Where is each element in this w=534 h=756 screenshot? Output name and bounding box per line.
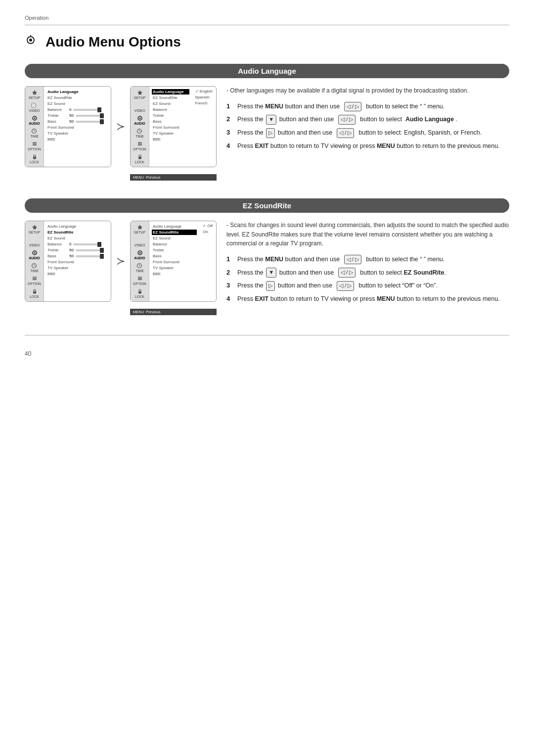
menu-balance-2: Balance 0: [46, 241, 108, 247]
menu-front-surround-r1: Front Surround: [152, 125, 189, 130]
svg-rect-33: [33, 278, 37, 279]
menu-treble-1: Treble 50: [46, 113, 108, 118]
svg-marker-3: [32, 90, 37, 95]
svg-rect-24: [138, 145, 142, 146]
svg-rect-38: [137, 238, 141, 242]
option-spanish: Spanish: [194, 94, 214, 100]
menus-row-1: SETUP VIDEO: [25, 86, 217, 167]
nav-btn-2-3[interactable]: ▷: [266, 281, 275, 291]
instruction-1-4: 4 Press EXIT button to return to TV view…: [226, 141, 509, 151]
lock-icon-r2: [136, 288, 144, 294]
section-1-menus: SETUP VIDEO: [25, 86, 217, 181]
page-container: Operation Audio Menu Options Audio Langu…: [0, 0, 534, 382]
svg-rect-46: [138, 280, 142, 281]
section-1-instructions: 1 Press the MENU button and then use ◁ /…: [226, 101, 509, 151]
sidebar-audio: AUDIO: [29, 115, 40, 125]
menu-content-left-2: Audio Language EZ SoundRite EZ Sound Bal…: [44, 221, 111, 301]
sidebar-time-r2: TIME: [135, 263, 144, 273]
instruction-1-1: 1 Press the MENU button and then use ◁ /…: [226, 101, 509, 112]
section-2-main: SETUP VIDEO: [25, 221, 509, 315]
instruction-1-3: 3 Press the ▷ button and then use ◁ / ▷ …: [226, 128, 509, 138]
menu-box-right-1: SETUP VIDEO: [130, 86, 217, 167]
menu-balance-r1: Balance: [152, 107, 189, 112]
section-header-ez-soundrite: EZ SoundRite: [25, 198, 509, 213]
svg-point-7: [34, 118, 35, 119]
audio-sidebar-icon: [31, 115, 39, 121]
menu-box-right-2: SETUP VIDEO: [130, 221, 217, 302]
time-icon-r2: [135, 263, 143, 269]
svg-point-18: [139, 118, 140, 119]
svg-line-43: [139, 266, 141, 266]
sidebar-video-r2: VIDEO: [134, 237, 145, 247]
nav-button-2-3[interactable]: ◁ / ▷: [337, 281, 354, 291]
treble-slider[interactable]: [76, 115, 103, 117]
nav-button-2[interactable]: ◁ / ▷: [338, 115, 356, 125]
nav-button-3[interactable]: ◁ / ▷: [337, 128, 354, 138]
bottom-divider: [25, 335, 509, 335]
lock-icon: [31, 154, 39, 160]
svg-marker-26: [32, 225, 37, 230]
menu-box-left-1: SETUP VIDEO: [25, 86, 111, 167]
nav-button-1[interactable]: ◁ / ▷: [344, 102, 361, 112]
svg-point-29: [34, 252, 35, 254]
menu-tv-speaker-r2: TV Speaker: [152, 265, 197, 271]
lock-icon-r1: [136, 154, 144, 160]
menu-content-right-2: Audio Language EZ SoundRite EZ Sound Bal…: [149, 221, 199, 301]
audio-icon: [26, 35, 40, 49]
svg-line-10: [34, 131, 36, 132]
option-icon-r2: [136, 276, 144, 282]
svg-rect-12: [33, 142, 37, 143]
instruction-1-2: 2 Press the ▼ button and then use ◁ / ▷ …: [226, 114, 509, 125]
svg-rect-11: [33, 143, 37, 144]
bass-slider[interactable]: [76, 121, 103, 123]
nav-btn-2-1[interactable]: ◁ / ▷: [344, 255, 361, 265]
nav-button-2-2[interactable]: ◁ / ▷: [338, 268, 356, 278]
sidebar-lock-2: LOCK: [30, 288, 39, 298]
video-icon-2: [30, 237, 38, 243]
menu-treble-2: Treble 50: [46, 247, 108, 253]
bass-slider-2[interactable]: [76, 255, 103, 257]
audio-icon-2: [31, 250, 39, 256]
option-english: ✓ English: [194, 89, 214, 94]
svg-point-1: [29, 39, 32, 42]
balance-slider[interactable]: [73, 109, 100, 111]
video-icon: [30, 102, 38, 108]
menu-tv-speaker-r1: TV Speaker: [152, 131, 189, 136]
sidebar-video: VIDEO: [29, 102, 40, 112]
nav-btn-2[interactable]: ▼: [266, 115, 276, 125]
breadcrumb: Operation: [25, 15, 509, 21]
balance-slider-2[interactable]: [73, 243, 100, 245]
page-number: 40: [25, 350, 509, 357]
svg-rect-22: [138, 143, 142, 144]
sidebar-setup-r1: SETUP: [134, 90, 145, 99]
sidebar-setup-r2: SETUP: [134, 224, 145, 234]
time-icon: [30, 128, 38, 134]
options-panel-1: ✓ English Spanish French: [192, 87, 216, 167]
video-icon-r1: [135, 102, 143, 108]
svg-rect-23: [138, 142, 142, 143]
menu-treble-r2: Treble: [152, 247, 197, 253]
menu-front-surround-r2: Front Surround: [152, 259, 197, 265]
menu-footer-1: MENU Previous: [130, 174, 217, 181]
title-icon: [25, 34, 41, 50]
menu-audio-language-1: Audio Language: [46, 89, 108, 94]
setup-icon: [31, 90, 39, 95]
menu-bbe-r2: BBE: [152, 271, 197, 277]
section-2-note: - Scans for changes in sound level durin…: [226, 221, 509, 248]
svg-line-21: [139, 131, 141, 132]
sidebar-audio-r1: AUDIO: [134, 115, 145, 125]
sidebar-time-2: TIME: [30, 263, 39, 273]
svg-rect-44: [138, 278, 142, 279]
nav-btn-2-2[interactable]: ▼: [266, 268, 276, 278]
menu-bbe-1: BBE: [46, 137, 108, 142]
menu-ez-soundrite-1: EZ SoundRite: [46, 95, 108, 100]
menus-row-2: SETUP VIDEO: [25, 221, 217, 302]
nav-btn-3[interactable]: ▷: [266, 128, 275, 138]
treble-slider-2[interactable]: [76, 249, 103, 251]
setup-icon-r1: [136, 90, 144, 95]
section-2-menus: SETUP VIDEO: [25, 221, 217, 315]
menu-content-left-1: Audio Language EZ SoundRite EZ Sound Bal…: [44, 87, 111, 167]
sidebar-lock-r2: LOCK: [135, 288, 144, 298]
menu-bass-r2: Bass: [152, 253, 197, 259]
footer-row-2: MENU Previous: [25, 309, 217, 315]
